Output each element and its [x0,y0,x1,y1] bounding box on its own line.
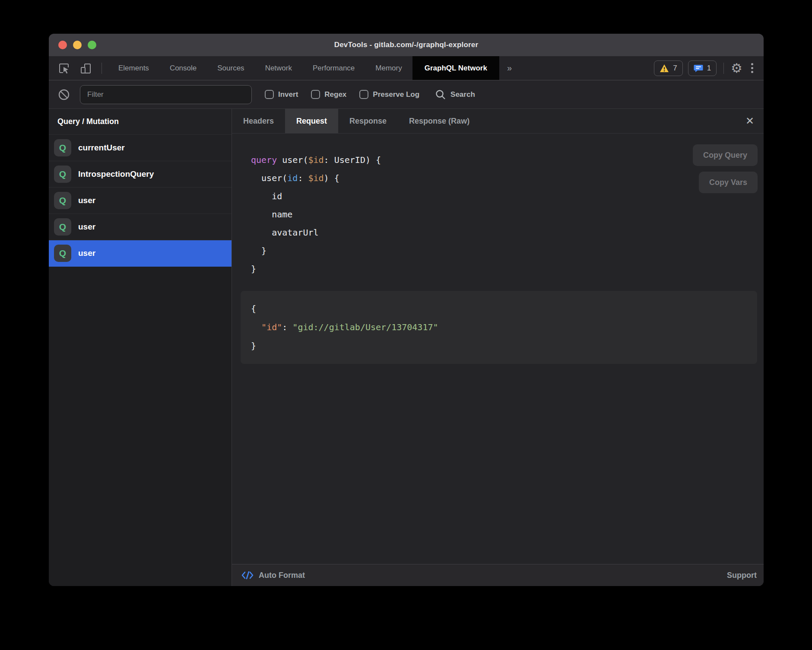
toolbar-separator [723,63,724,74]
request-panel: HeadersRequestResponseResponse (Raw)✕ qu… [232,109,764,586]
code-line: name [251,205,764,223]
panel-tab-response-raw[interactable]: Response (Raw) [398,109,481,133]
more-tabs-chevron-icon[interactable]: » [499,56,520,80]
query-list-item[interactable]: QIntrospectionQuery [49,161,232,188]
query-sidebar: Query / Mutation QcurrentUserQIntrospect… [49,109,232,586]
code-line: id [251,187,764,205]
query-type-badge: Q [54,218,71,236]
query-list-item[interactable]: Quser [49,188,232,214]
invert-label: Invert [278,90,298,99]
code-line: user(id: $id) { [251,169,764,187]
devtools-tab-elements[interactable]: Elements [108,56,159,80]
panel-footer: Auto Format Support [232,564,764,586]
devtools-tab-memory[interactable]: Memory [365,56,412,80]
regex-checkbox[interactable] [311,90,320,99]
search-icon [435,89,446,100]
copy-query-button[interactable]: Copy Query [693,144,758,166]
regex-checkbox-group[interactable]: Regex [311,90,346,99]
titlebar: DevTools - gitlab.com/-/graphql-explorer [49,34,764,56]
devtools-toolbar: ElementsConsoleSourcesNetworkPerformance… [49,56,764,80]
warnings-badge[interactable]: 7 [654,61,682,76]
graphql-query-code: query user($id: UserID) { user(id: $id) … [251,151,764,278]
code-brackets-icon [241,570,254,580]
regex-label: Regex [324,90,346,99]
close-panel-icon[interactable]: ✕ [736,109,764,133]
preserve-log-checkbox-group[interactable]: Preserve Log [359,90,419,99]
devtools-window: DevTools - gitlab.com/-/graphql-explorer… [49,34,764,586]
warning-triangle-icon [660,64,669,73]
settings-gear-icon[interactable]: ⚙ [731,62,742,75]
zoom-window-button[interactable] [88,41,96,49]
message-count: 1 [707,64,711,73]
query-type-badge: Q [54,245,71,262]
device-toolbar-icon[interactable] [78,61,93,76]
window-title: DevTools - gitlab.com/-/graphql-explorer [334,41,479,49]
devtools-tab-network[interactable]: Network [255,56,302,80]
variables-box: { "id": "gid://gitlab/User/13704317"} [241,291,757,364]
main-split: Query / Mutation QcurrentUserQIntrospect… [49,109,764,586]
query-name-label: user [78,222,95,232]
block-filter-icon[interactable] [57,88,70,101]
copy-vars-button[interactable]: Copy Vars [699,172,758,193]
toolbar-left-icons [49,56,108,80]
search-control[interactable]: Search [435,89,475,100]
kebab-menu-icon[interactable] [748,63,757,73]
traffic-lights [58,34,96,56]
sidebar-header: Query / Mutation [49,109,232,135]
code-line: query user($id: UserID) { [251,151,764,169]
code-line: "id": "gid://gitlab/User/13704317" [251,318,747,337]
inspect-element-icon[interactable] [57,61,71,76]
query-list-item[interactable]: QcurrentUser [49,135,232,161]
query-list: QcurrentUserQIntrospectionQueryQuserQuse… [49,135,232,586]
code-line: } [251,337,747,355]
filter-input[interactable] [80,85,252,104]
issues-badge[interactable]: 1 [688,61,717,76]
panel-tab-headers[interactable]: Headers [232,109,285,133]
query-list-item[interactable]: Quser [49,240,232,267]
code-line: } [251,260,764,278]
query-type-badge: Q [54,192,71,209]
code-line: } [251,242,764,260]
message-bubble-icon [694,64,703,73]
query-name-label: IntrospectionQuery [78,169,154,179]
panel-tab-response[interactable]: Response [338,109,398,133]
code-line: avatarUrl [251,223,764,242]
variables-code: { "id": "gid://gitlab/User/13704317"} [251,300,747,355]
toolbar-separator [102,63,102,74]
minimize-window-button[interactable] [73,41,82,49]
preserve-log-checkbox[interactable] [359,90,368,99]
devtools-tab-console[interactable]: Console [159,56,207,80]
warning-count: 7 [673,64,677,73]
devtools-tab-strip: ElementsConsoleSourcesNetworkPerformance… [108,56,499,80]
query-name-label: user [78,196,95,205]
code-line: { [251,300,747,318]
preserve-log-label: Preserve Log [373,90,419,99]
search-label: Search [450,90,475,99]
filter-bar: Invert Regex Preserve Log Search [49,80,764,109]
query-list-item[interactable]: Quser [49,214,232,240]
query-type-badge: Q [54,166,71,183]
support-link[interactable]: Support [727,571,757,580]
query-name-label: currentUser [78,143,125,153]
copy-buttons: Copy Query Copy Vars [693,144,758,193]
query-type-badge: Q [54,139,71,156]
devtools-tab-performance[interactable]: Performance [302,56,365,80]
invert-checkbox-group[interactable]: Invert [265,90,298,99]
devtools-tab-graphql-network[interactable]: GraphQL Network [412,56,499,80]
devtools-tab-sources[interactable]: Sources [207,56,254,80]
auto-format-button[interactable]: Auto Format [241,570,305,580]
close-window-button[interactable] [58,41,67,49]
invert-checkbox[interactable] [265,90,274,99]
auto-format-label: Auto Format [259,571,305,580]
request-body: query user($id: UserID) { user(id: $id) … [232,134,764,564]
panel-tab-request[interactable]: Request [285,109,338,133]
panel-tab-strip: HeadersRequestResponseResponse (Raw)✕ [232,109,764,134]
toolbar-right-controls: 7 1 ⚙ [654,56,764,80]
query-name-label: user [78,249,95,258]
